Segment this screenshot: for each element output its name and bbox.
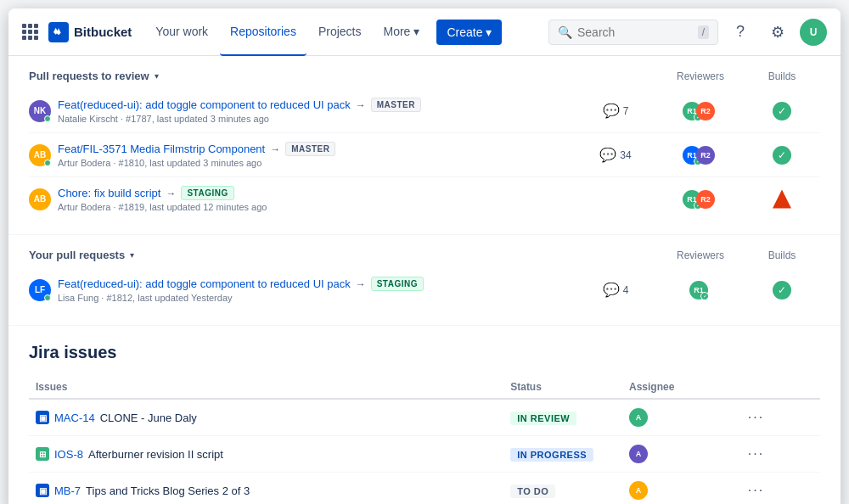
issues-col-more-header <box>741 376 820 399</box>
issue-key: ▣ MAC-14 CLONE - June Daly <box>36 411 497 424</box>
issue-row: ▣ MB-7 Tips and Tricks Blog Series 2 of … <box>29 473 820 505</box>
comment-count: 4 <box>623 284 629 296</box>
pr-row: LF Feat(reduced-ui): add toggle componen… <box>29 268 820 311</box>
build-fail-icon <box>773 190 791 209</box>
issue-assignee-cell: A <box>622 473 741 505</box>
jira-title: Jira issues <box>29 343 820 362</box>
branch-badge: MASTER <box>285 142 335 156</box>
nav-your-work[interactable]: Your work <box>145 8 218 56</box>
build-success-icon: ✓ <box>773 102 791 120</box>
issue-status-cell: TO DO <box>503 473 622 505</box>
pr-row: AB Chore: fix build script → STAGING Art… <box>29 177 820 221</box>
pr-info: Chore: fix build script → STAGING Artur … <box>58 186 571 212</box>
issue-more-cell: ··· <box>741 399 820 436</box>
online-indicator <box>44 115 51 122</box>
pr-build-col: ✓ <box>744 146 820 165</box>
nav-more[interactable]: More ▾ <box>374 8 430 56</box>
section-header: Your pull requests ▾ Reviewers Builds <box>29 249 820 268</box>
top-navigation: Bitbucket Your work Repositories Project… <box>8 8 841 56</box>
issue-key-link[interactable]: IOS-8 <box>54 448 83 461</box>
pr-author-avatar-wrap: NK <box>29 100 51 122</box>
pr-to-review-section: Pull requests to review ▾ Reviewers Buil… <box>8 56 841 235</box>
nav-repositories[interactable]: Repositories <box>220 8 306 56</box>
comment-count: 7 <box>623 105 629 117</box>
your-prs-section: Your pull requests ▾ Reviewers Builds LF… <box>8 235 841 326</box>
issues-table: Issues Status Assignee ▣ MAC-14 CLONE - … <box>29 376 820 504</box>
issue-key-link[interactable]: MAC-14 <box>54 412 95 424</box>
online-indicator <box>44 294 51 301</box>
pr-build-col: ✓ <box>744 102 820 120</box>
help-button[interactable]: ? <box>725 17 756 48</box>
search-input[interactable] <box>577 25 693 39</box>
reviewer-avatar: R2 <box>696 146 715 165</box>
pr-reviewers-col: R1 ✓ R2 <box>661 146 737 165</box>
reviewer-avatar-wrap: R2 <box>696 102 715 120</box>
nav-projects[interactable]: Projects <box>308 8 372 56</box>
chevron-down-icon: ▾ <box>413 25 419 38</box>
pr-row: AB Feat/FIL-3571 Media Filmstrip Compone… <box>29 133 820 177</box>
pr-title-link[interactable]: Feat(reduced-ui): add toggle component t… <box>58 98 351 111</box>
settings-button[interactable]: ⚙ <box>762 17 793 48</box>
issue-summary: Tips and Tricks Blog Series 2 of 3 <box>86 484 250 497</box>
app-window: Bitbucket Your work Repositories Project… <box>8 8 841 504</box>
status-badge: IN PROGRESS <box>510 448 593 462</box>
builds-col-header: Builds <box>744 70 820 82</box>
pr-meta: Lisa Fung · #1812, last updated Yesterda… <box>58 293 571 303</box>
create-button[interactable]: Create ▾ <box>436 20 502 45</box>
search-bar[interactable]: 🔍 / <box>548 20 718 45</box>
build-success-icon: ✓ <box>773 281 791 300</box>
builds-col-header: Builds <box>744 249 820 261</box>
arrow-icon: → <box>356 99 366 111</box>
main-content: Pull requests to review ▾ Reviewers Buil… <box>8 56 841 504</box>
online-indicator <box>44 160 51 166</box>
pr-author-avatar-wrap: LF <box>29 279 51 301</box>
pr-title: Feat(reduced-ui): add toggle component t… <box>58 98 571 112</box>
reviewers-col-header: Reviewers <box>662 249 739 261</box>
reviewer-avatars: R1 ✓ R2 <box>683 146 715 165</box>
issue-key-cell: ▣ MB-7 Tips and Tricks Blog Series 2 of … <box>29 473 503 505</box>
pr-comments-col: 💬 7 <box>577 103 654 119</box>
issue-type-bug-icon: ⊞ <box>36 447 49 461</box>
reviewer-avatar-wrap: R1 ✓ <box>689 281 708 300</box>
pr-title: Chore: fix build script → STAGING <box>58 186 571 200</box>
nav-logo[interactable]: Bitbucket <box>48 22 132 42</box>
jira-section: Jira issues Issues Status Assignee ▣ <box>8 326 841 504</box>
apps-icon[interactable] <box>22 24 38 40</box>
more-options-button[interactable]: ··· <box>748 410 764 424</box>
more-options-button[interactable]: ··· <box>748 446 764 461</box>
comment-icon: 💬 <box>603 103 620 119</box>
comment-icon: 💬 <box>603 282 620 298</box>
branch-badge: STAGING <box>371 277 424 291</box>
pr-reviewers-col: R1 ✓ R2 <box>661 102 737 120</box>
reviewers-col-header: Reviewers <box>662 70 739 82</box>
pr-to-review-title: Pull requests to review <box>29 70 149 82</box>
issue-key-link[interactable]: MB-7 <box>54 484 81 497</box>
more-options-button[interactable]: ··· <box>748 483 764 497</box>
branch-badge: MASTER <box>371 98 421 112</box>
issue-assignee-cell: A <box>622 399 741 436</box>
issue-status-cell: IN REVIEW <box>503 399 622 436</box>
issue-summary: CLONE - June Daly <box>100 412 197 424</box>
pr-title-link[interactable]: Feat(reduced-ui): add toggle component t… <box>58 277 351 290</box>
bitbucket-logo-icon <box>48 22 69 42</box>
pr-author-avatar-wrap: AB <box>29 144 51 166</box>
chevron-down-icon[interactable]: ▾ <box>130 250 134 260</box>
nav-logo-text: Bitbucket <box>74 25 132 39</box>
comment-icon: 💬 <box>599 147 616 163</box>
issue-type-story-icon: ▣ <box>36 484 49 497</box>
chevron-down-icon[interactable]: ▾ <box>155 71 159 81</box>
assignee-avatar: A <box>629 481 648 500</box>
pr-meta: Artur Bodera · #1819, last updated 12 mi… <box>58 202 571 212</box>
comment-count: 34 <box>620 149 631 161</box>
issue-key: ⊞ IOS-8 Afterburner revision II script <box>36 447 497 461</box>
help-icon: ? <box>736 23 745 41</box>
issue-more-cell: ··· <box>741 436 820 473</box>
pr-title-link[interactable]: Chore: fix build script <box>58 187 160 199</box>
pr-row: NK Feat(reduced-ui): add toggle componen… <box>29 89 820 133</box>
pr-comments-col: 💬 34 <box>577 147 654 163</box>
reviewer-avatar: R2 <box>696 102 715 120</box>
reviewer-avatars: R1 ✓ R2 <box>683 102 715 120</box>
issues-col-assignee-header: Assignee <box>622 376 741 399</box>
pr-title-link[interactable]: Feat/FIL-3571 Media Filmstrip Component <box>58 143 265 155</box>
user-avatar[interactable]: U <box>800 19 827 46</box>
